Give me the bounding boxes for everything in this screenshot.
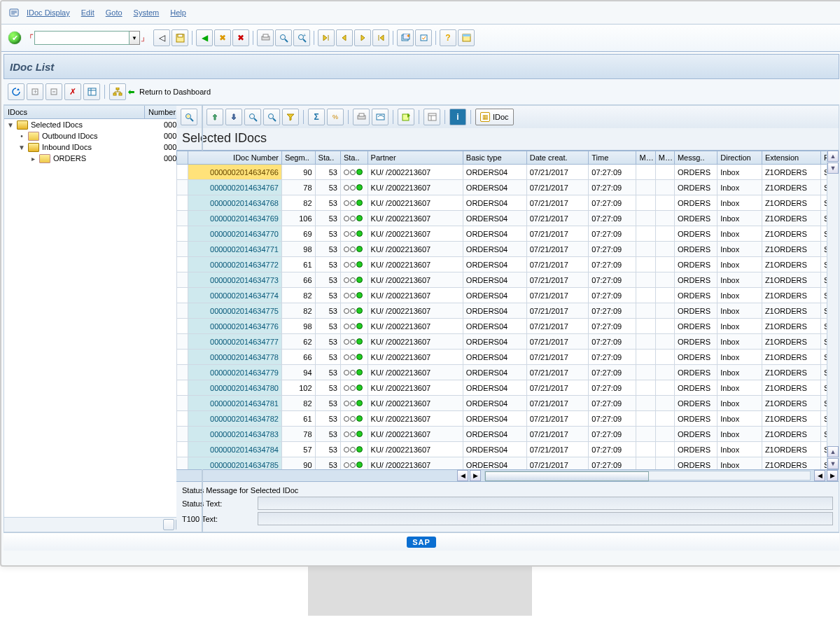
new-session-icon[interactable]: ✦ bbox=[397, 29, 414, 46]
delete-icon[interactable]: ✗ bbox=[64, 83, 81, 100]
enter-button[interactable]: ✔ bbox=[8, 32, 21, 44]
status-light-icon[interactable] bbox=[340, 180, 368, 195]
status-light-icon[interactable] bbox=[340, 257, 368, 272]
table-row[interactable]: 00000020146347677853KU/ /2002213607ORDER… bbox=[177, 180, 839, 195]
print-icon[interactable] bbox=[257, 29, 274, 46]
status-light-icon[interactable] bbox=[340, 319, 368, 334]
grid-header[interactable]: Messg.. bbox=[674, 151, 717, 165]
hscroll-left-icon[interactable]: ◀ bbox=[457, 470, 468, 481]
layout-change-icon[interactable] bbox=[424, 109, 440, 125]
status-light-icon[interactable] bbox=[340, 288, 368, 303]
tree-twisty-icon[interactable]: ▼ bbox=[18, 144, 25, 151]
view-switch-icon[interactable] bbox=[372, 109, 388, 125]
table-row[interactable]: 00000020146347688253KU/ /2002213607ORDER… bbox=[177, 195, 839, 211]
grid-header[interactable]: Segm.. bbox=[281, 151, 315, 165]
tree-row[interactable]: ▸ORDERS00000858 bbox=[4, 153, 201, 164]
scroll-up-icon[interactable]: ▲ bbox=[827, 151, 839, 162]
tree-col-idocs[interactable]: IDocs bbox=[4, 106, 145, 118]
hierarchy-icon[interactable] bbox=[109, 83, 126, 100]
grid-header[interactable]: Ms.. bbox=[655, 151, 674, 165]
sum-icon[interactable]: Σ bbox=[308, 109, 325, 125]
first-page-icon[interactable] bbox=[318, 29, 335, 46]
back-icon[interactable]: ◁ bbox=[153, 29, 170, 46]
command-history-dropdown[interactable]: ▼ bbox=[130, 31, 140, 45]
table-row[interactable]: 000000201463476910653KU/ /2002213607ORDE… bbox=[177, 211, 839, 226]
menu-system[interactable]: System bbox=[130, 7, 164, 18]
status-light-icon[interactable] bbox=[340, 242, 368, 257]
alv-find-icon[interactable] bbox=[244, 109, 261, 125]
horizontal-scrollbar[interactable]: ◀ ▶ ◀ ▶ bbox=[176, 469, 839, 481]
next-page-icon[interactable] bbox=[354, 29, 371, 46]
table-row[interactable]: 00000020146347669053KU/ /2002213607ORDER… bbox=[177, 165, 839, 180]
help-icon[interactable]: ? bbox=[440, 29, 456, 46]
vertical-scrollbar[interactable]: ▲ ▼ ▲ ▼ bbox=[827, 151, 839, 469]
grid-header[interactable]: Basic type bbox=[463, 151, 526, 165]
menu-idoc-display[interactable]: IDoc Display bbox=[22, 7, 74, 18]
tree-row[interactable]: ▼Inbound IDocs00000858 bbox=[4, 141, 201, 153]
table-row[interactable]: 00000020146347826153KU/ /2002213607ORDER… bbox=[177, 411, 839, 427]
grid-header[interactable]: Time bbox=[589, 151, 636, 165]
grid-header[interactable]: Partner bbox=[368, 151, 463, 165]
expand-icon[interactable]: + bbox=[27, 83, 43, 100]
table-row[interactable]: 00000020146347786653KU/ /2002213607ORDER… bbox=[177, 350, 839, 365]
idoc-display-button[interactable]: ▦ IDoc bbox=[475, 109, 514, 125]
grid-header[interactable]: Sta.. bbox=[315, 151, 340, 165]
status-light-icon[interactable] bbox=[340, 380, 368, 396]
find-next-icon[interactable]: + bbox=[293, 29, 310, 46]
idoc-grid[interactable]: IDoc NumberSegm..Sta..Sta..PartnerBasic … bbox=[176, 151, 839, 469]
scroll-up-small-icon[interactable]: ▲ bbox=[827, 446, 839, 457]
app-menu-icon[interactable] bbox=[8, 7, 20, 18]
command-field[interactable] bbox=[34, 31, 130, 45]
tree-twisty-icon[interactable]: • bbox=[18, 132, 25, 140]
table-row[interactable]: 00000020146347748253KU/ /2002213607ORDER… bbox=[177, 288, 839, 303]
table-row[interactable]: 00000020146347776253KU/ /2002213607ORDER… bbox=[177, 334, 839, 350]
status-light-icon[interactable] bbox=[340, 195, 368, 211]
info-icon[interactable]: i bbox=[449, 109, 466, 125]
status-light-icon[interactable] bbox=[340, 165, 368, 180]
table-row[interactable]: 00000020146347859053KU/ /2002213607ORDER… bbox=[177, 457, 839, 470]
grid-header[interactable]: IDoc Number bbox=[188, 151, 281, 165]
table-row[interactable]: 00000020146347736653KU/ /2002213607ORDER… bbox=[177, 272, 839, 288]
menu-help[interactable]: Help bbox=[166, 7, 190, 18]
grid-header[interactable] bbox=[177, 151, 188, 165]
menu-goto[interactable]: Goto bbox=[102, 7, 127, 18]
filter-icon[interactable] bbox=[282, 109, 299, 125]
tree-body[interactable]: ▼Selected IDocs00000858•Outbound IDocs00… bbox=[4, 119, 201, 517]
table-row[interactable]: 00000020146347719853KU/ /2002213607ORDER… bbox=[177, 242, 839, 257]
tree-twisty-icon[interactable]: ▼ bbox=[7, 121, 14, 129]
save-icon[interactable] bbox=[172, 29, 188, 46]
collapse-icon[interactable] bbox=[46, 83, 62, 100]
grid-header[interactable]: Sta.. bbox=[340, 151, 368, 165]
tree-twisty-icon[interactable]: ▸ bbox=[29, 155, 36, 163]
status-light-icon[interactable] bbox=[340, 396, 368, 411]
table-row[interactable]: 00000020146347837853KU/ /2002213607ORDER… bbox=[177, 427, 839, 442]
tree-row[interactable]: •Outbound IDocs00000000 bbox=[4, 130, 201, 141]
grid-header[interactable]: Extension bbox=[762, 151, 820, 165]
prev-page-icon[interactable] bbox=[336, 29, 353, 46]
grid-header[interactable]: Date creat. bbox=[526, 151, 589, 165]
status-light-icon[interactable] bbox=[340, 427, 368, 442]
refresh-icon[interactable] bbox=[8, 83, 24, 100]
hscroll-right-icon[interactable]: ▶ bbox=[827, 470, 838, 481]
scroll-down-small-icon[interactable]: ▼ bbox=[827, 163, 839, 174]
nav-back-icon[interactable]: ◀ bbox=[196, 29, 213, 46]
table-row[interactable]: 00000020146347818253KU/ /2002213607ORDER… bbox=[177, 396, 839, 411]
tree-nav-blank[interactable] bbox=[163, 519, 174, 530]
subtotal-icon[interactable]: % bbox=[327, 109, 344, 125]
table-row[interactable]: 00000020146347726153KU/ /2002213607ORDER… bbox=[177, 257, 839, 272]
table-settings-icon[interactable] bbox=[83, 83, 100, 100]
return-to-dashboard-button[interactable]: Return to Dashboard bbox=[136, 86, 214, 97]
local-layout-icon[interactable] bbox=[458, 29, 475, 46]
nav-exit-icon[interactable]: ✖ bbox=[214, 29, 231, 46]
scroll-down-icon[interactable]: ▼ bbox=[827, 458, 839, 469]
menu-edit[interactable]: Edit bbox=[77, 7, 99, 18]
table-row[interactable]: 000000201463478010253KU/ /2002213607ORDE… bbox=[177, 380, 839, 396]
table-row[interactable]: 00000020146347758253KU/ /2002213607ORDER… bbox=[177, 303, 839, 319]
hscroll-left-end-icon[interactable]: ◀ bbox=[814, 470, 825, 481]
table-row[interactable]: 00000020146347799453KU/ /2002213607ORDER… bbox=[177, 365, 839, 380]
nav-cancel-icon[interactable]: ✖ bbox=[232, 29, 249, 46]
shortcut-icon[interactable] bbox=[415, 29, 432, 46]
sort-asc-icon[interactable] bbox=[206, 109, 223, 125]
status-light-icon[interactable] bbox=[340, 365, 368, 380]
status-light-icon[interactable] bbox=[340, 350, 368, 365]
